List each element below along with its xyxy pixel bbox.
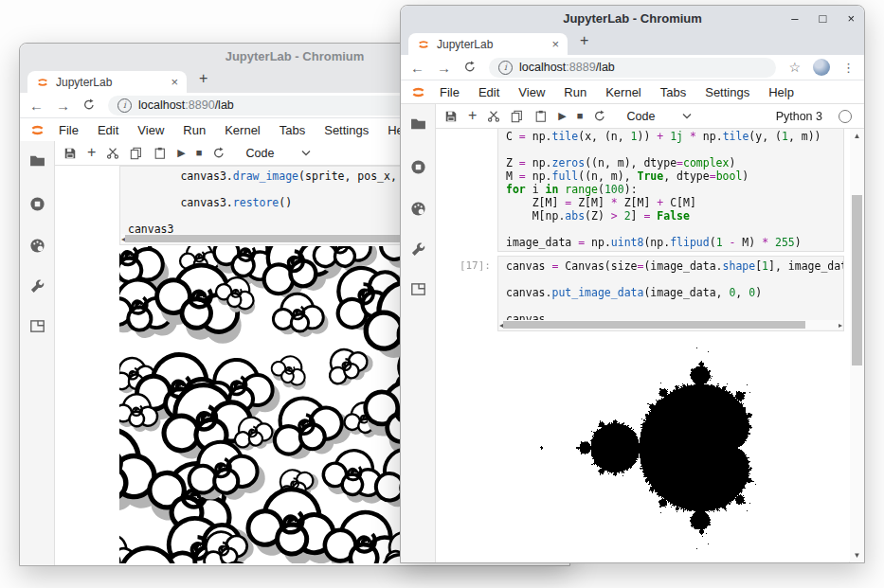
command-palette-icon[interactable] <box>410 201 426 217</box>
kernel-status-icon <box>839 110 852 123</box>
front-nav-forward-icon[interactable]: → <box>437 60 451 76</box>
front-menu-edit[interactable]: Edit <box>469 85 509 99</box>
running-kernels-icon[interactable] <box>410 159 426 175</box>
front-tab-close-icon[interactable]: × <box>551 37 559 51</box>
front-address-bar[interactable]: i localhost:8889/lab <box>489 58 776 78</box>
front-url: localhost:8889/lab <box>519 61 615 74</box>
front-browser-window: JupyterLab - Chromium – □ × JupyterLab ×… <box>400 5 865 563</box>
run-cell-icon[interactable]: ▶ <box>558 111 566 121</box>
back-nav-forward-icon[interactable]: → <box>56 98 70 114</box>
canvas-code-cell[interactable]: canvas = Canvas(size=(image_data.shape[1… <box>497 256 844 331</box>
front-menu-kernel[interactable]: Kernel <box>596 85 651 99</box>
back-menu-tabs[interactable]: Tabs <box>270 123 315 137</box>
back-nav-back-icon[interactable]: ← <box>29 98 44 114</box>
back-menu-settings[interactable]: Settings <box>315 123 378 137</box>
profile-avatar[interactable] <box>813 59 830 76</box>
browser-menu-kebab-icon[interactable]: ⋮ <box>842 61 855 75</box>
property-inspector-icon[interactable] <box>29 278 45 294</box>
file-browser-icon[interactable] <box>29 152 45 169</box>
cut-cells-icon[interactable] <box>106 147 119 160</box>
front-reload-icon[interactable] <box>463 61 477 74</box>
save-icon[interactable] <box>444 110 458 123</box>
close-button[interactable]: × <box>847 11 855 26</box>
mandelbrot-code-cell[interactable]: C = np.tile(x, (n, 1)) + 1j * np.tile(y,… <box>497 129 844 252</box>
vscroll-thumb[interactable] <box>852 195 862 365</box>
front-window-titlebar[interactable]: JupyterLab - Chromium – □ × <box>401 6 864 30</box>
hscroll-right-icon[interactable]: ▸ <box>839 321 842 330</box>
back-window-title: JupyterLab - Chromium <box>226 49 365 63</box>
cell-input-prompt: [17]: <box>436 259 491 272</box>
jupyter-favicon-icon <box>36 76 49 89</box>
front-cell-hscrollbar[interactable]: ◂ ▸ <box>499 320 842 330</box>
back-menu-kernel[interactable]: Kernel <box>215 123 270 137</box>
front-notebook-toolbar: + ▶ ■ Code Python 3 <box>436 104 864 129</box>
file-browser-icon[interactable] <box>410 116 426 132</box>
front-notebook-content: C = np.tile(x, (n, 1)) + 1j * np.tile(y,… <box>436 129 850 561</box>
back-menu-run[interactable]: Run <box>173 123 215 137</box>
front-window-title: JupyterLab - Chromium <box>563 11 702 26</box>
command-palette-icon[interactable] <box>29 238 45 254</box>
back-new-tab-button[interactable]: + <box>199 70 207 87</box>
cell-type-dropdown[interactable]: Code <box>626 110 655 123</box>
front-new-tab-button[interactable]: + <box>580 32 588 49</box>
front-menu-file[interactable]: File <box>430 85 469 99</box>
front-tab-label: JupyterLab <box>437 38 493 51</box>
front-activity-sidebar <box>401 104 436 562</box>
front-menu-settings[interactable]: Settings <box>695 85 759 99</box>
mandelbrot-output-canvas <box>436 333 847 561</box>
front-browser-tab[interactable]: JupyterLab × <box>408 33 568 55</box>
bookmark-star-icon[interactable]: ☆ <box>788 60 801 75</box>
maximize-button[interactable]: □ <box>820 11 827 26</box>
notebook-vscrollbar[interactable]: ▲ ▼ <box>849 129 864 562</box>
back-tab-close-icon[interactable]: × <box>171 75 178 89</box>
add-cell-icon[interactable]: + <box>468 108 477 123</box>
back-info-icon[interactable]: i <box>117 98 132 113</box>
front-notebook-panel: + ▶ ■ Code Python 3 ▲ ▼ C = np.tile(x, (… <box>436 104 864 562</box>
front-menu-view[interactable]: View <box>509 85 554 99</box>
interrupt-kernel-icon[interactable]: ■ <box>577 111 584 121</box>
back-reload-icon[interactable] <box>82 98 96 112</box>
running-kernels-icon[interactable] <box>29 196 45 212</box>
jupyter-favicon-icon <box>417 38 430 51</box>
front-menu-tabs[interactable]: Tabs <box>651 85 695 99</box>
front-nav-back-icon[interactable]: ← <box>410 60 424 76</box>
run-cell-icon[interactable]: ▶ <box>177 148 185 158</box>
back-menu-file[interactable]: File <box>49 123 88 137</box>
back-menu-view[interactable]: View <box>128 123 173 137</box>
interrupt-kernel-icon[interactable]: ■ <box>196 148 203 158</box>
paste-cells-icon[interactable] <box>534 110 548 123</box>
restart-kernel-icon[interactable] <box>212 147 226 160</box>
property-inspector-icon[interactable] <box>410 241 426 258</box>
add-cell-icon[interactable]: + <box>87 145 96 160</box>
back-url: localhost:8890/lab <box>138 98 234 112</box>
front-menu-run[interactable]: Run <box>554 85 596 99</box>
front-menu-help[interactable]: Help <box>759 85 803 99</box>
copy-cells-icon[interactable] <box>511 110 524 123</box>
copy-cells-icon[interactable] <box>130 147 143 160</box>
chevron-down-icon[interactable] <box>682 113 692 119</box>
cell-type-dropdown[interactable]: Code <box>245 147 274 160</box>
save-icon[interactable] <box>63 147 77 160</box>
paste-cells-icon[interactable] <box>153 147 167 160</box>
minimize-button[interactable]: – <box>791 11 798 26</box>
restart-kernel-icon[interactable] <box>593 110 606 123</box>
back-menu-edit[interactable]: Edit <box>88 123 128 137</box>
front-url-toolbar: ← → i localhost:8889/lab ☆ ⋮ <box>401 55 864 80</box>
open-tabs-icon[interactable] <box>410 281 426 297</box>
vscroll-up-icon[interactable]: ▲ <box>850 132 864 140</box>
front-jupyterlab-menubar: File Edit View Run Kernel Tabs Settings … <box>401 80 864 104</box>
desktop: JupyterLab - Chromium JupyterLab × + ← →… <box>0 0 884 588</box>
jupyterlab-logo-icon <box>29 122 45 138</box>
vscroll-down-icon[interactable]: ▼ <box>850 551 864 560</box>
back-tab-label: JupyterLab <box>56 76 112 89</box>
front-info-icon[interactable]: i <box>498 61 513 75</box>
hscroll-thumb[interactable] <box>503 321 805 329</box>
chevron-down-icon[interactable] <box>301 150 311 156</box>
back-browser-tab[interactable]: JupyterLab × <box>27 71 187 93</box>
open-tabs-icon[interactable] <box>29 318 45 334</box>
back-activity-sidebar <box>20 141 55 565</box>
cut-cells-icon[interactable] <box>487 110 500 123</box>
jupyterlab-logo-icon <box>410 84 426 100</box>
front-tabstrip: JupyterLab × + <box>401 30 864 55</box>
kernel-name-label[interactable]: Python 3 <box>776 110 822 123</box>
